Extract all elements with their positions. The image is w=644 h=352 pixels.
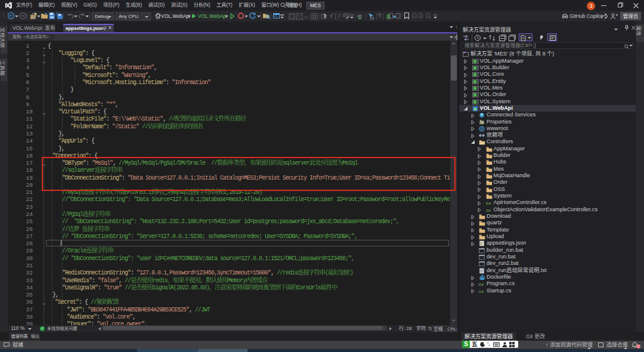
svg-text:C#: C# xyxy=(486,201,491,205)
svg-text:ab: ab xyxy=(357,14,362,18)
svg-text:C#: C# xyxy=(479,289,484,293)
svg-text:{}: {} xyxy=(480,242,482,245)
svg-text:C#: C# xyxy=(486,208,491,212)
svg-text:C#: C# xyxy=(479,282,484,286)
